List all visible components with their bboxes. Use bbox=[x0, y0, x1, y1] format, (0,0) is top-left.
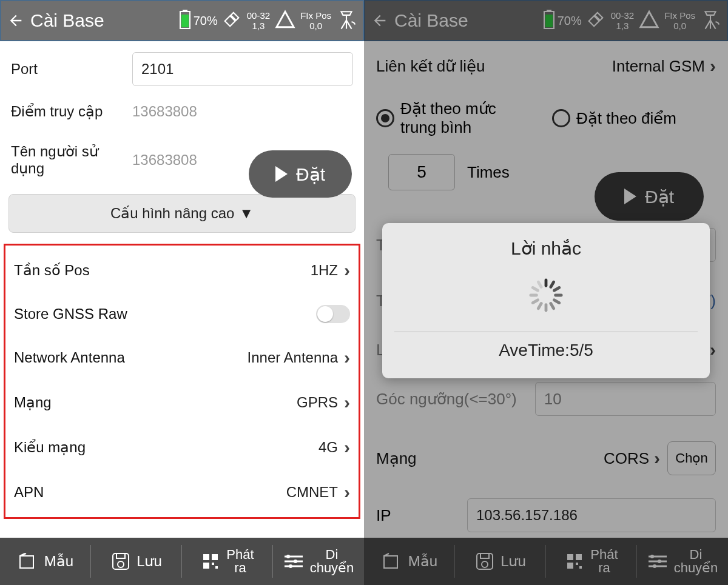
svg-line-44 bbox=[533, 287, 538, 290]
highlighted-section: Tần số Pos 1HZ› Store GNSS Raw Network A… bbox=[4, 244, 360, 519]
svg-line-42 bbox=[533, 300, 538, 303]
svg-line-45 bbox=[538, 282, 541, 287]
satellite-icon bbox=[221, 9, 242, 33]
svg-rect-6 bbox=[203, 554, 209, 560]
svg-line-35 bbox=[551, 282, 554, 287]
svg-rect-2 bbox=[181, 15, 189, 27]
svg-rect-9 bbox=[212, 563, 214, 565]
screen-left: Cài Base 70% 00-321,3 FIx Pos0,0 Port 21… bbox=[0, 0, 364, 585]
svg-line-38 bbox=[554, 300, 559, 303]
template-button[interactable]: Mẫu bbox=[0, 538, 91, 585]
screen-right: Cài Base 70% 00-321,3 FIx Pos0,0 Liên kế… bbox=[364, 0, 728, 585]
left-content: Port 2101 Điểm truy cập 13683808 Tên ngư… bbox=[0, 41, 364, 538]
advanced-config-button[interactable]: Cấu hình nâng cao ▼ bbox=[8, 194, 356, 233]
pos-freq-row[interactable]: Tần số Pos 1HZ› bbox=[5, 248, 359, 293]
apn-row[interactable]: APN CMNET› bbox=[5, 470, 359, 515]
set-button[interactable]: Đặt bbox=[249, 150, 352, 198]
accesspoint-row: Điểm truy cập 13683808 bbox=[0, 97, 364, 126]
network-row[interactable]: Mạng GPRS› bbox=[5, 380, 359, 425]
svg-point-14 bbox=[286, 555, 290, 558]
svg-rect-10 bbox=[215, 566, 218, 569]
triangle-icon bbox=[275, 9, 295, 33]
svg-rect-8 bbox=[203, 563, 209, 569]
broadcast-button[interactable]: Phátra bbox=[182, 538, 273, 585]
svg-point-16 bbox=[289, 564, 292, 568]
modal-title: Lời nhắc bbox=[511, 238, 581, 259]
nettype-row[interactable]: Kiểu mạng 4G› bbox=[5, 425, 359, 470]
chevron-right-icon: › bbox=[344, 482, 350, 503]
svg-point-15 bbox=[294, 560, 297, 563]
spinner-icon bbox=[528, 277, 564, 313]
svg-line-36 bbox=[554, 287, 559, 290]
svg-rect-7 bbox=[212, 554, 218, 560]
move-button[interactable]: Dichuyển bbox=[273, 538, 364, 585]
svg-point-5 bbox=[118, 561, 124, 567]
svg-line-41 bbox=[538, 304, 541, 309]
svg-rect-4 bbox=[116, 553, 125, 558]
store-gnss-row[interactable]: Store GNSS Raw bbox=[5, 293, 359, 335]
gnss-toggle[interactable] bbox=[316, 305, 350, 323]
tripod-icon bbox=[336, 8, 357, 34]
save-button[interactable]: Lưu bbox=[91, 538, 182, 585]
play-icon bbox=[275, 166, 288, 182]
port-input[interactable]: 2101 bbox=[132, 52, 353, 86]
network-antenna-row[interactable]: Network Antenna Inner Antenna› bbox=[5, 335, 359, 380]
chevron-right-icon: › bbox=[344, 347, 350, 368]
port-row: Port 2101 bbox=[0, 41, 364, 97]
prompt-modal: Lời nhắc AveTime: bbox=[382, 223, 710, 378]
chevron-right-icon: › bbox=[344, 437, 350, 458]
page-title: Cài Base bbox=[30, 10, 104, 31]
battery-indicator: 70% bbox=[179, 10, 218, 32]
chevron-right-icon: › bbox=[344, 392, 350, 413]
svg-line-39 bbox=[551, 304, 554, 309]
status-bar: Cài Base 70% 00-321,3 FIx Pos0,0 bbox=[0, 0, 364, 41]
back-icon[interactable] bbox=[7, 12, 24, 29]
caret-down-icon: ▼ bbox=[239, 205, 254, 222]
bottom-bar: Mẫu Lưu Phátra Dichuyển bbox=[0, 538, 364, 585]
chevron-right-icon: › bbox=[344, 260, 350, 281]
avetime-label: AveTime:5/5 bbox=[499, 341, 593, 360]
